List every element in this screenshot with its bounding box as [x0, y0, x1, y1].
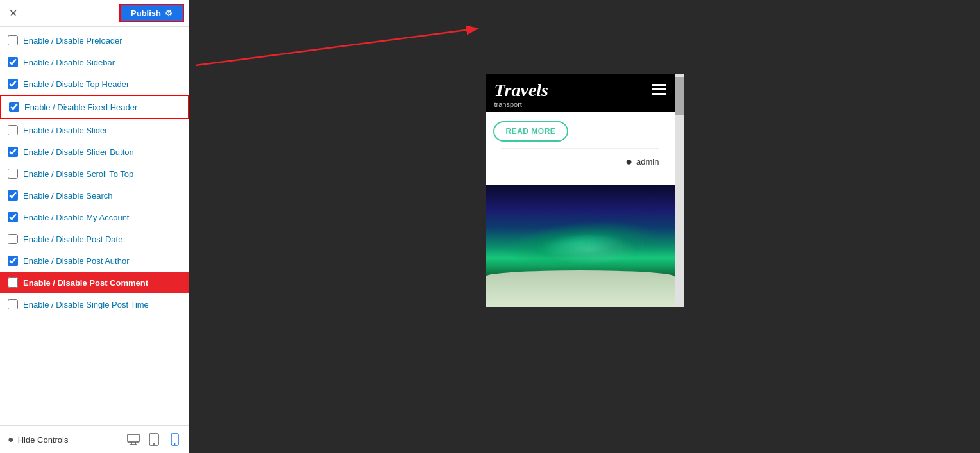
sidebar-item-search[interactable]: Enable / Disable Search	[0, 185, 189, 206]
author-icon: ●	[625, 155, 632, 169]
label-post-date: Enable / Disable Post Date	[23, 235, 122, 244]
footer-icons	[126, 432, 182, 447]
sidebar-item-slider[interactable]: Enable / Disable Slider	[0, 119, 189, 141]
label-preloader: Enable / Disable Preloader	[23, 36, 122, 45]
checkbox-single-post-time[interactable]	[8, 299, 18, 309]
hamburger-icon[interactable]	[652, 84, 666, 95]
main-preview-area: Travels transport READ MORE ● admin	[189, 0, 980, 453]
sidebar-item-top-header[interactable]: Enable / Disable Top Header	[0, 73, 189, 95]
preview-read-more-section: READ MORE ● admin	[486, 112, 675, 185]
label-slider-button: Enable / Disable Slider Button	[23, 147, 134, 157]
checkbox-scroll-to-top[interactable]	[8, 169, 18, 179]
desktop-icon[interactable]	[126, 432, 140, 447]
author-name: admin	[636, 157, 659, 167]
sidebar-item-sidebar[interactable]: Enable / Disable Sidebar	[0, 51, 189, 73]
sidebar-footer: ● Hide Controls	[0, 425, 189, 453]
sidebar-items-list: Enable / Disable PreloaderEnable / Disab…	[0, 27, 189, 425]
snow-ground	[486, 270, 675, 307]
checkbox-fixed-header[interactable]	[9, 102, 19, 112]
gear-icon: ⚙	[165, 8, 173, 18]
sidebar-item-slider-button[interactable]: Enable / Disable Slider Button	[0, 141, 189, 163]
sidebar-item-my-account[interactable]: Enable / Disable My Account	[0, 206, 189, 228]
label-post-author: Enable / Disable Post Author	[23, 256, 130, 266]
label-top-header: Enable / Disable Top Header	[23, 79, 129, 89]
preview-header: Travels transport	[486, 74, 675, 112]
sidebar-item-single-post-time[interactable]: Enable / Disable Single Post Time	[0, 293, 189, 315]
read-more-button[interactable]: READ MORE	[493, 121, 569, 142]
label-my-account: Enable / Disable My Account	[23, 213, 129, 222]
close-button[interactable]: ✕	[5, 6, 21, 21]
preview-author: ● admin	[493, 155, 667, 176]
preview-frame: Travels transport READ MORE ● admin	[486, 74, 675, 307]
preview-scrollbar[interactable]	[675, 74, 684, 307]
preview-site-title: Travels	[494, 81, 549, 99]
publish-button[interactable]: Publish ⚙	[119, 4, 184, 22]
label-post-comment: Enable / Disable Post Comment	[23, 278, 148, 288]
checkbox-my-account[interactable]	[8, 212, 18, 222]
preview-aurora-image	[486, 185, 675, 307]
sidebar-panel: ✕ Publish ⚙ Enable / Disable PreloaderEn…	[0, 0, 189, 453]
checkbox-post-comment[interactable]	[8, 277, 18, 288]
checkbox-slider[interactable]	[8, 125, 18, 135]
preview-container: Travels transport READ MORE ● admin	[486, 74, 684, 307]
preview-scrollbar-thumb	[675, 77, 684, 115]
sidebar-item-post-comment[interactable]: Enable / Disable Post Comment	[0, 272, 189, 293]
checkbox-search[interactable]	[8, 190, 18, 201]
svg-line-9	[196, 29, 476, 65]
checkbox-preloader[interactable]	[8, 35, 18, 45]
label-scroll-to-top: Enable / Disable Scroll To Top	[23, 169, 133, 179]
label-search: Enable / Disable Search	[23, 191, 112, 201]
sidebar-item-post-date[interactable]: Enable / Disable Post Date	[0, 228, 189, 250]
sidebar-item-preloader[interactable]: Enable / Disable Preloader	[0, 29, 189, 51]
label-fixed-header: Enable / Disable Fixed Header	[24, 103, 137, 112]
sidebar-item-fixed-header[interactable]: Enable / Disable Fixed Header	[0, 95, 189, 119]
preview-site-subtitle: transport	[494, 101, 549, 108]
label-sidebar: Enable / Disable Sidebar	[23, 58, 115, 67]
tablet-icon[interactable]	[147, 432, 161, 447]
label-slider: Enable / Disable Slider	[23, 126, 108, 135]
preview-divider	[501, 148, 659, 149]
checkbox-sidebar[interactable]	[8, 57, 18, 67]
label-single-post-time: Enable / Disable Single Post Time	[23, 300, 149, 309]
sidebar-item-scroll-to-top[interactable]: Enable / Disable Scroll To Top	[0, 163, 189, 185]
hide-controls-button[interactable]: ● Hide Controls	[8, 434, 68, 445]
checkbox-post-author[interactable]	[8, 256, 18, 266]
svg-rect-0	[128, 434, 139, 442]
sidebar-header: ✕ Publish ⚙	[0, 0, 189, 27]
checkbox-top-header[interactable]	[8, 79, 18, 89]
checkbox-slider-button[interactable]	[8, 147, 18, 157]
checkbox-post-date[interactable]	[8, 234, 18, 244]
svg-point-7	[174, 443, 175, 445]
svg-point-5	[153, 443, 155, 445]
mobile-icon[interactable]	[167, 432, 182, 447]
sidebar-item-post-author[interactable]: Enable / Disable Post Author	[0, 250, 189, 272]
